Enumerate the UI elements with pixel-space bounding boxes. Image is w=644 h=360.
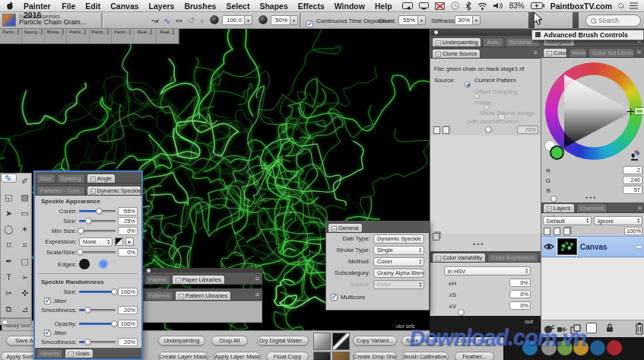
tab-papers[interactable]: Papers — [144, 275, 170, 284]
variability-h-value[interactable]: 0% — [509, 279, 531, 287]
create-layer-mask-button[interactable]: Create Layer Mask — [158, 352, 208, 360]
tab-particles-common[interactable]: Particles - Com... — [36, 186, 85, 195]
float-copy-button[interactable]: Float Copy — [266, 352, 309, 360]
tab-patterns[interactable]: Patterns — [144, 291, 173, 300]
time-machine-icon[interactable] — [451, 2, 459, 10]
tab-color-expression[interactable]: Color Expression — [487, 253, 538, 262]
tab-opacity[interactable]: Opacity — [36, 349, 63, 358]
smoothness2-value[interactable]: 20% — [118, 338, 138, 346]
clone-layers-icon[interactable] — [443, 126, 449, 134]
resize-dots[interactable]: ••• — [585, 194, 597, 202]
menu-file[interactable]: File — [62, 2, 75, 11]
underpainting-button[interactable]: Underpainting — [158, 336, 205, 346]
tab-size[interactable]: Size — [36, 174, 56, 183]
panel-drag-bar[interactable] — [430, 29, 541, 36]
dropper-tool-icon[interactable]: ✐ — [17, 174, 33, 190]
clone-opacity-value[interactable]: 70% — [517, 126, 538, 134]
size-slider[interactable] — [79, 218, 116, 225]
stroke-option-5-icon[interactable]: ◖ — [196, 14, 208, 27]
tab-general[interactable]: ✕General — [328, 223, 363, 232]
add-point-tool-icon[interactable]: ✜ — [17, 285, 33, 301]
brush-variant-cell[interactable]: Real... — [134, 29, 156, 43]
size-value[interactable]: 25% — [118, 217, 138, 225]
app-menu[interactable]: Corel Painter 2016 — [24, 0, 52, 20]
tab-grain[interactable]: ✕Grain — [65, 349, 93, 358]
pen-tool-icon[interactable]: ✒ — [1, 253, 17, 269]
eraser-tool-icon[interactable]: ▨ — [17, 190, 33, 205]
blue-value[interactable]: 57 — [623, 186, 642, 194]
menu-select[interactable]: Select — [226, 2, 249, 11]
panel-menu-icon[interactable]: ≡ — [531, 48, 541, 57]
brush-variant-cell[interactable]: Brista... — [45, 29, 67, 43]
variability-s-value[interactable]: 0% — [509, 290, 531, 298]
green-value[interactable]: 240 — [623, 176, 642, 184]
stiffness-value[interactable]: 30% — [455, 15, 473, 25]
tab-underpainting[interactable]: ✕Underpainting — [432, 37, 481, 46]
jitter2-checkbox[interactable] — [44, 330, 51, 336]
clone-color-stamp-icon[interactable] — [628, 149, 640, 164]
create-drop-shadow-button[interactable]: Create Drop Sha... — [353, 352, 397, 360]
tab-pattern-libraries[interactable]: ✕Pattern Libraries — [175, 291, 231, 300]
grain-dropdown[interactable]: ▼ — [290, 15, 298, 25]
menu-layers[interactable]: Layers — [149, 2, 175, 11]
panel-menu-icon[interactable]: ≡ — [252, 290, 262, 299]
grain-value[interactable]: 50% — [271, 15, 290, 25]
dynamic-plugins-icon[interactable] — [544, 323, 555, 337]
crop-tool-icon[interactable]: ⌗ — [17, 237, 33, 253]
dry-digital-watercolor-button[interactable]: Dry Digital Water... — [257, 336, 309, 346]
tab-auto[interactable]: Auto- — [483, 37, 504, 46]
smoothness2-slider[interactable] — [79, 339, 116, 346]
expression-select[interactable]: None▲▼ — [79, 237, 113, 247]
tab-channels[interactable]: Channels — [576, 203, 608, 212]
stiffness-dropdown[interactable]: ▼ — [473, 15, 481, 25]
stroke-option-1-icon[interactable]: ↝ — [149, 14, 160, 27]
dab-type-select[interactable]: Dynamic Speckle S...▲▼ — [373, 234, 424, 244]
bluetooth-icon[interactable] — [465, 2, 471, 11]
menu-help[interactable]: Help — [375, 2, 392, 11]
stroke-option-3-icon[interactable]: ∾ — [173, 14, 185, 27]
menu-edit[interactable]: Edit — [85, 2, 100, 11]
tool-shortcut-thumbnail[interactable] — [313, 352, 331, 360]
min-size-value[interactable]: 0% — [118, 227, 138, 235]
shape-select-tool-icon[interactable]: ➢ — [17, 269, 33, 285]
stroke-option-2-icon[interactable]: ∿ — [161, 14, 173, 27]
restore-default-icon[interactable] — [557, 323, 567, 337]
menu-shapes[interactable]: Shapes — [259, 2, 287, 11]
volume-icon[interactable] — [493, 2, 503, 10]
transform-tool-icon[interactable]: ⌑ — [1, 237, 17, 253]
tab-mixer[interactable]: Mixer — [569, 48, 588, 57]
mail-offline-icon[interactable] — [435, 2, 445, 10]
brush-tool-icon[interactable]: ✎ — [1, 174, 17, 183]
variability-v-value[interactable]: 0% — [509, 301, 531, 310]
search-field[interactable] — [585, 14, 641, 27]
menu-canvas[interactable]: Canvas — [110, 2, 138, 11]
paint-bucket-tool-icon[interactable]: ◱ — [1, 190, 17, 205]
edge-color-swatch-black[interactable] — [79, 259, 90, 269]
rect-shape-tool-icon[interactable]: ▢ — [17, 253, 33, 269]
edge-color-swatch-blue[interactable] — [98, 259, 109, 269]
layer-link-icon[interactable] — [563, 228, 570, 235]
current-pattern-radio[interactable] — [465, 81, 471, 88]
multicore-checkbox[interactable] — [331, 294, 338, 301]
new-layer-icon[interactable] — [586, 323, 597, 333]
grain-dab-icon[interactable] — [259, 15, 268, 24]
count-value[interactable]: 55% — [398, 15, 418, 25]
count-dropdown[interactable]: ▼ — [418, 15, 426, 25]
tab-dynamic-speckle[interactable]: ✕Dynamic Speckle — [87, 186, 141, 195]
composite-depth-select[interactable]: Ignore▲▼ — [594, 216, 642, 225]
tab-angle[interactable]: ✕Angle — [87, 174, 116, 183]
magic-wand-tool-icon[interactable]: ✶ — [17, 221, 33, 237]
drop-all-button[interactable]: Drop All — [211, 336, 248, 346]
subcategory-select[interactable]: Grainy Alpha Blend▲▼ — [373, 269, 424, 278]
stroke-type-select[interactable]: Single▲▼ — [373, 246, 424, 255]
paper-shortcut-thumbnail[interactable] — [332, 352, 350, 360]
layer-opacity-value[interactable]: 100% — [624, 227, 642, 235]
panel-menu-icon[interactable]: ≡ — [252, 274, 262, 283]
expression-direction-icon[interactable]: ▸ — [125, 237, 134, 246]
size-dab-icon[interactable] — [210, 15, 219, 24]
method-select[interactable]: Cover▲▼ — [373, 257, 424, 266]
preserve-transparency-icon[interactable] — [544, 228, 550, 235]
tab-layers[interactable]: ✕Layers — [543, 203, 575, 212]
opacity-slider[interactable] — [79, 320, 116, 327]
screen-share-icon[interactable] — [402, 2, 413, 10]
